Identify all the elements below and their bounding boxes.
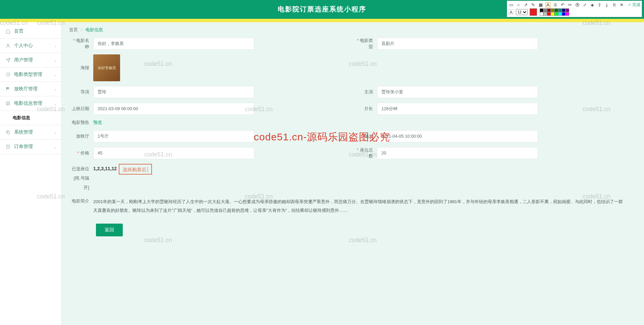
movie-name-input[interactable] [93,38,254,50]
color-swatch[interactable] [543,12,547,16]
label-selected-seats-3: 开] [69,185,89,191]
screenshot-tool-palette[interactable]: ▭ ○ ↗ ✎ ▩ A ① ↶ ✂ ⦿ ⤢ ◈ ⇪ ⭳ ⎘ ✕ ✓ 完成 A 1… [507,1,642,17]
color-swatch[interactable] [554,12,558,16]
app-title: 电影院订票选座系统小程序 [278,5,366,14]
label-seat-total: 座位总数 [353,147,377,159]
sidebar-item-label: 订单管理 [14,144,33,150]
director-input[interactable] [93,86,254,98]
color-swatch[interactable] [562,8,566,12]
accent-strip [0,19,644,22]
cut-tool-icon[interactable]: ✂ [568,2,573,8]
breadcrumb-current: 电影信息 [86,27,103,32]
sidebar-item-hall[interactable]: 放映厅管理 ⌄ [0,82,61,96]
sidebar-item-profile[interactable]: 个人中心 ⌄ [0,39,61,53]
trailer-preview-link[interactable]: 预览 [93,120,102,126]
sidebar-item-home[interactable]: 首页 [0,24,61,39]
sidebar-item-movietype[interactable]: 电影类型管理 ⌄ [0,67,61,82]
list-icon [5,101,11,106]
font-size-select[interactable]: 12 [516,9,528,15]
sidebar-item-users[interactable]: 用户管理 ⌄ [0,53,61,67]
label-hall: 放映厅 [69,133,93,139]
color-swatches [540,8,569,16]
chevron-down-icon: ⌄ [54,58,57,62]
record-tool-icon[interactable]: ⦿ [575,2,580,8]
starring-input[interactable] [377,86,538,98]
svg-point-0 [7,44,9,46]
sidebar-item-label: 电影类型管理 [14,72,42,78]
done-button[interactable]: ✓ 完成 [628,2,640,8]
hall-input[interactable] [93,130,254,142]
sidebar-item-label: 电影信息管理 [14,100,42,106]
flag-icon [5,86,11,92]
label-poster: 海报 [69,65,93,71]
sidebar-sub-movieinfo[interactable]: 电影信息 [0,111,61,125]
sidebar-item-label: 首页 [14,28,23,34]
session-input[interactable] [377,130,538,142]
label-movie-name: 电影名称 [69,38,93,50]
sidebar-item-orders[interactable]: 订单管理 ⌄ [0,140,61,154]
duration-input[interactable] [377,103,538,115]
copy-icon [5,130,11,135]
chevron-down-icon: ⌄ [54,73,57,77]
label-selected-seats-2: [用,号隔 [69,175,89,181]
color-swatch[interactable] [566,12,569,16]
share-tool-icon[interactable]: ⇪ [597,2,602,8]
sidebar-item-system[interactable]: 系统管理 ⌄ [0,125,61,140]
chevron-down-icon: ⌄ [54,102,57,105]
synopsis-text: 2001年的某一天，刚刚考上大学的贾晓玲经历了人生中的一次大起大落。一心想要成为… [93,197,637,215]
svg-rect-3 [7,132,10,134]
sidebar-item-movieinfo[interactable]: 电影信息管理 ⌄ [0,96,61,111]
current-color-swatch[interactable] [530,8,537,16]
font-label: A [508,9,514,15]
label-director: 导演 [69,89,93,95]
color-swatch[interactable] [562,12,566,16]
mosaic-tool-icon[interactable]: ▩ [538,2,543,8]
color-swatch[interactable] [558,12,562,16]
color-swatch[interactable] [547,12,551,16]
color-swatch[interactable] [554,8,558,12]
seat-annotation-box[interactable]: 选座购票后 [119,164,152,175]
color-swatch[interactable] [543,8,547,12]
label-trailer: 电影预告 [69,120,93,126]
label-movie-type: 电影类型 [353,38,377,50]
chevron-down-icon: ⌄ [54,44,57,48]
note-icon [5,144,11,149]
main-content: 首页 / 电影信息 电影名称 电影类型 海报 你好李焕英 导演 [62,22,644,325]
copy-tool-icon[interactable]: ⎘ [612,2,617,8]
color-swatch[interactable] [551,8,554,12]
close-tool-icon[interactable]: ✕ [619,2,625,8]
counter-tool-icon[interactable]: ① [553,2,558,8]
label-release: 上映日期 [69,106,93,112]
clock-icon [5,72,11,77]
color-swatch[interactable] [540,8,543,12]
color-swatch[interactable] [547,8,551,12]
release-date-input[interactable] [93,103,254,115]
color-swatch[interactable] [558,8,562,12]
movie-type-input[interactable] [377,38,538,50]
poster-image[interactable]: 你好李焕英 [93,54,120,81]
pin-tool-icon[interactable]: ◈ [590,2,595,8]
expand-tool-icon[interactable]: ⤢ [582,2,588,8]
text-tool-icon[interactable]: A [545,2,551,8]
breadcrumb: 首页 / 电影信息 [69,27,637,33]
color-swatch[interactable] [566,8,569,12]
download-tool-icon[interactable]: ⭳ [604,2,610,8]
price-input[interactable] [93,147,254,159]
rect-tool-icon[interactable]: ▭ [508,2,514,8]
undo-tool-icon[interactable]: ↶ [560,2,566,8]
send-icon [5,57,11,63]
breadcrumb-home[interactable]: 首页 [69,27,78,32]
chevron-down-icon: ⌄ [54,87,57,91]
circle-tool-icon[interactable]: ○ [516,2,521,8]
label-duration: 片长 [353,106,377,112]
color-swatch[interactable] [540,12,543,16]
arrow-tool-icon[interactable]: ↗ [523,2,529,8]
chevron-down-icon: ⌄ [54,145,57,149]
pen-tool-icon[interactable]: ✎ [531,2,536,8]
color-swatch[interactable] [551,12,554,16]
back-button[interactable]: 返回 [96,224,123,236]
seat-total-input[interactable] [377,147,538,159]
breadcrumb-sep: / [81,27,83,32]
label-synopsis: 电影简介 [69,197,93,215]
selected-seats-value: 1,2,3,11,12 [93,166,117,171]
